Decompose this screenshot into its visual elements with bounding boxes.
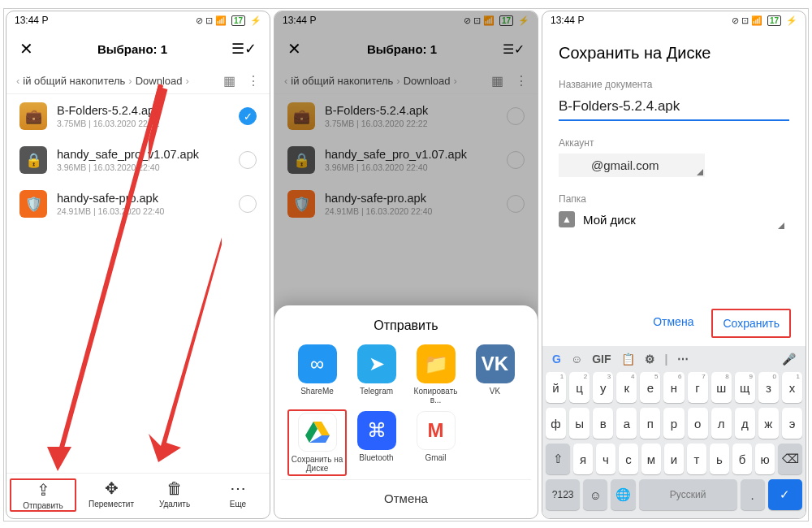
- key-е[interactable]: е5: [640, 372, 660, 403]
- key-т[interactable]: т: [687, 444, 706, 474]
- apk-icon: 💼: [19, 102, 47, 130]
- key-к[interactable]: к4: [616, 372, 637, 403]
- file-list: 💼 B-Folders-5.2.4.apk 3.75MB | 16.03.202…: [6, 94, 270, 473]
- key-ы[interactable]: ы: [569, 408, 590, 439]
- doc-input[interactable]: [559, 95, 789, 121]
- sticker-icon[interactable]: ☺: [571, 353, 582, 366]
- key-ш[interactable]: ш8: [711, 372, 732, 403]
- key-ж[interactable]: ж: [758, 408, 779, 439]
- send-button[interactable]: ⇪ Отправить: [10, 478, 76, 512]
- key-г[interactable]: г7: [688, 372, 708, 403]
- key-щ[interactable]: щ9: [735, 372, 755, 403]
- share-bluetooth[interactable]: ⌘Bluetooth: [348, 411, 404, 474]
- file-row[interactable]: 🛡️ handy-safe-pro.apk 24.91MB | 16.03.20…: [6, 182, 270, 226]
- file-name: handy_safe_pro_v1.07.apk: [57, 148, 229, 161]
- share-gmail[interactable]: MGmail: [408, 411, 464, 474]
- key-р[interactable]: р: [663, 408, 684, 439]
- gif-icon[interactable]: GIF: [592, 353, 611, 366]
- more-icon[interactable]: ⋯: [677, 353, 689, 366]
- key-м[interactable]: м: [641, 444, 661, 474]
- drive-icon: [298, 413, 337, 452]
- screenshot-container: 🤖 GURUDROID 13:44 P ⊘ ⊡ 📶 17⚡ ✕ Выбрано:…: [3, 8, 809, 522]
- ellipsis-icon: ⋯: [230, 478, 246, 498]
- key-э[interactable]: э: [782, 408, 802, 439]
- save-button[interactable]: Сохранить: [711, 309, 791, 338]
- share-google-drive[interactable]: Сохранить на Диске: [287, 409, 347, 476]
- key-л[interactable]: л: [711, 408, 732, 439]
- key-й[interactable]: й1: [546, 372, 566, 403]
- phone-screen-2: 13:44 P ⊘ ⊡ 📶 17⚡ ✕Выбрано: 1☰✓ ‹ій общи…: [274, 11, 538, 519]
- period-key[interactable]: .: [741, 479, 765, 510]
- key-а[interactable]: а: [616, 408, 637, 439]
- sheet-title: Отправить: [281, 318, 531, 333]
- keyboard-toolbar: G ☺ GIF 📋 ⚙ | ⋯ 🎤: [546, 351, 802, 372]
- status-bar: 13:44 P ⊘ ⊡ 📶 17⚡: [274, 11, 538, 29]
- key-п[interactable]: п: [640, 408, 660, 439]
- key-ю[interactable]: ю: [755, 444, 775, 474]
- breadcrumb[interactable]: ‹ ій общий накопитель› Download› ▦ ⋮: [6, 68, 270, 94]
- key-о[interactable]: о: [688, 408, 708, 439]
- keyboard: G ☺ GIF 📋 ⚙ | ⋯ 🎤 й1ц2у3к4е5н6г7ш8щ9з0х1…: [542, 346, 806, 518]
- key-ь[interactable]: ь: [710, 444, 729, 474]
- account-field[interactable]: Аккаунт @gmail.com: [542, 132, 806, 188]
- google-icon[interactable]: G: [552, 353, 561, 366]
- key-д[interactable]: д: [735, 408, 755, 439]
- folder-field[interactable]: Папка ▲Мой диск: [542, 188, 806, 242]
- checkbox[interactable]: [239, 195, 257, 213]
- mic-icon[interactable]: 🎤: [782, 353, 796, 366]
- apk-icon: 🛡️: [19, 190, 47, 218]
- share-telegram[interactable]: ➤Telegram: [348, 344, 404, 405]
- more-button[interactable]: ⋯ Еще: [206, 478, 270, 512]
- more-icon[interactable]: ⋮: [247, 73, 260, 89]
- emoji-key[interactable]: ☺: [583, 479, 607, 510]
- sheet-cancel-button[interactable]: Отмена: [281, 479, 531, 510]
- key-з[interactable]: з0: [758, 372, 779, 403]
- key-ц[interactable]: ц2: [569, 372, 590, 403]
- close-icon[interactable]: ✕: [19, 39, 33, 58]
- selection-topbar: ✕ Выбрано: 1 ☰✓: [6, 29, 270, 68]
- back-chevron-icon[interactable]: ‹: [16, 75, 19, 87]
- status-bar: 13:44 P ⊘ ⊡ 📶 17⚡: [542, 11, 806, 29]
- space-key[interactable]: Русский: [639, 479, 737, 510]
- select-all-icon[interactable]: ☰✓: [231, 40, 257, 58]
- backspace-key[interactable]: ⌫: [778, 444, 802, 474]
- delete-button[interactable]: 🗑 Удалить: [143, 478, 206, 512]
- shift-key[interactable]: ⇧: [546, 444, 570, 474]
- key-с[interactable]: с: [619, 444, 638, 474]
- selection-title: Выбрано: 1: [97, 42, 167, 56]
- move-icon: ✥: [105, 478, 119, 498]
- file-name: handy-safe-pro.apk: [57, 192, 229, 205]
- dialog-title: Сохранить на Диске: [542, 29, 806, 74]
- move-button[interactable]: ✥ Переместит: [80, 478, 143, 512]
- cancel-button[interactable]: Отмена: [643, 309, 703, 338]
- share-vk[interactable]: VKVK: [467, 344, 523, 405]
- key-х[interactable]: х1: [782, 372, 802, 403]
- status-bar: 13:44 P ⊘ ⊡ 📶 17⚡: [6, 11, 270, 29]
- drive-mini-icon: ▲: [559, 211, 575, 227]
- key-у[interactable]: у3: [593, 372, 613, 403]
- share-shareme[interactable]: ∞ShareMe: [289, 344, 345, 405]
- phone-screen-3: 13:44 P ⊘ ⊡ 📶 17⚡ Сохранить на Диске Наз…: [542, 11, 806, 519]
- key-и[interactable]: и: [664, 444, 684, 474]
- settings-icon[interactable]: ⚙: [645, 353, 655, 366]
- key-я[interactable]: я: [573, 444, 593, 474]
- key-в[interactable]: в: [593, 408, 613, 439]
- checkbox-selected[interactable]: ✓: [239, 107, 257, 125]
- share-copy[interactable]: 📁Копировать в...: [408, 344, 464, 405]
- key-ф[interactable]: ф: [546, 408, 566, 439]
- enter-key[interactable]: ✓: [768, 479, 802, 510]
- file-name: B-Folders-5.2.4.apk: [57, 104, 229, 117]
- key-н[interactable]: н6: [663, 372, 684, 403]
- numbers-key[interactable]: ?123: [546, 479, 580, 510]
- file-row[interactable]: 💼 B-Folders-5.2.4.apk 3.75MB | 16.03.202…: [6, 94, 270, 138]
- bluetooth-icon: ⌘: [357, 411, 396, 450]
- lang-key[interactable]: 🌐: [611, 479, 635, 510]
- shareme-icon: ∞: [298, 344, 337, 383]
- file-row[interactable]: 🔒 handy_safe_pro_v1.07.apk 3.96MB | 16.0…: [6, 138, 270, 182]
- clipboard-icon[interactable]: 📋: [621, 353, 635, 366]
- key-б[interactable]: б: [732, 444, 752, 474]
- grid-view-icon[interactable]: ▦: [223, 73, 235, 89]
- key-ч[interactable]: ч: [596, 444, 615, 474]
- gmail-icon: M: [417, 411, 456, 450]
- checkbox[interactable]: [239, 151, 257, 169]
